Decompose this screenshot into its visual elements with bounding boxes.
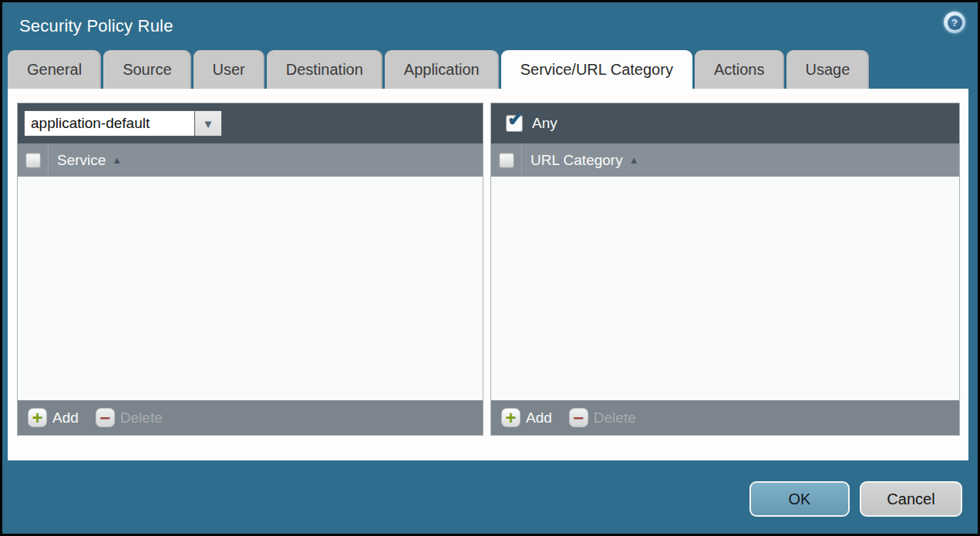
cancel-button[interactable]: Cancel — [860, 481, 962, 517]
plus-icon: + — [28, 408, 47, 427]
url-add-label: Add — [526, 410, 552, 426]
tab-general[interactable]: General — [8, 50, 101, 89]
tab-content-service-url-category: ▼ Service ▲ + Add − — [8, 89, 968, 460]
tab-destination[interactable]: Destination — [267, 50, 382, 89]
checkmark-icon: ✔ — [507, 110, 524, 129]
url-table-footer: + Add − Delete — [491, 400, 959, 435]
url-header-checkbox-cell — [491, 143, 522, 177]
url-add-button[interactable]: + Add — [501, 408, 552, 427]
tab-service-url-category[interactable]: Service/URL Category — [501, 50, 692, 89]
url-category-panel: ✔ Any URL Category ▲ + Add — [490, 103, 960, 436]
minus-icon: − — [96, 408, 115, 427]
tab-actions[interactable]: Actions — [695, 50, 784, 89]
service-table-footer: + Add − Delete — [18, 400, 483, 435]
service-mode-bar: ▼ — [18, 103, 483, 143]
sort-ascending-icon: ▲ — [629, 154, 639, 166]
url-table-body — [491, 177, 959, 400]
service-table-body — [18, 177, 483, 400]
help-question-glyph: ? — [948, 15, 962, 30]
service-table-header: Service ▲ — [18, 143, 483, 177]
url-any-row: ✔ Any — [497, 115, 959, 132]
service-header-checkbox-cell — [18, 143, 49, 177]
sort-ascending-icon: ▲ — [112, 154, 122, 166]
plus-icon: + — [501, 408, 520, 427]
dialog-button-row: OK Cancel — [2, 460, 978, 517]
url-select-all-checkbox[interactable] — [499, 153, 514, 168]
minus-icon: − — [569, 408, 588, 427]
url-delete-label: Delete — [594, 410, 636, 426]
title-bar: Security Policy Rule ? — [2, 2, 978, 50]
dropdown-arrow-button[interactable]: ▼ — [194, 111, 221, 136]
tab-bar: General Source User Destination Applicat… — [2, 50, 978, 89]
service-mode-input[interactable] — [25, 111, 194, 136]
service-panel: ▼ Service ▲ + Add − — [17, 103, 483, 436]
tab-user[interactable]: User — [194, 50, 264, 89]
url-any-checkbox[interactable]: ✔ — [506, 115, 523, 132]
tab-usage[interactable]: Usage — [786, 50, 870, 89]
url-any-label: Any — [532, 115, 557, 132]
service-column-header[interactable]: Service ▲ — [57, 152, 122, 169]
service-column-label: Service — [57, 152, 106, 169]
chevron-down-icon: ▼ — [203, 117, 214, 130]
url-any-bar: ✔ Any — [491, 103, 959, 143]
service-mode-dropdown[interactable]: ▼ — [24, 110, 222, 137]
help-icon[interactable]: ? — [944, 12, 965, 33]
service-add-button[interactable]: + Add — [28, 408, 79, 427]
url-column-header[interactable]: URL Category ▲ — [530, 152, 639, 169]
service-add-label: Add — [52, 410, 79, 426]
dialog-title: Security Policy Rule — [19, 16, 173, 36]
ok-button[interactable]: OK — [749, 481, 850, 517]
service-delete-label: Delete — [120, 410, 163, 426]
url-delete-button[interactable]: − Delete — [569, 408, 636, 427]
service-select-all-checkbox[interactable] — [25, 153, 41, 168]
tab-application[interactable]: Application — [385, 50, 499, 89]
service-delete-button[interactable]: − Delete — [96, 408, 163, 427]
tab-source[interactable]: Source — [103, 50, 190, 89]
url-table-header: URL Category ▲ — [491, 143, 959, 177]
url-column-label: URL Category — [530, 152, 623, 169]
security-policy-rule-dialog: Security Policy Rule ? General Source Us… — [0, 0, 980, 536]
